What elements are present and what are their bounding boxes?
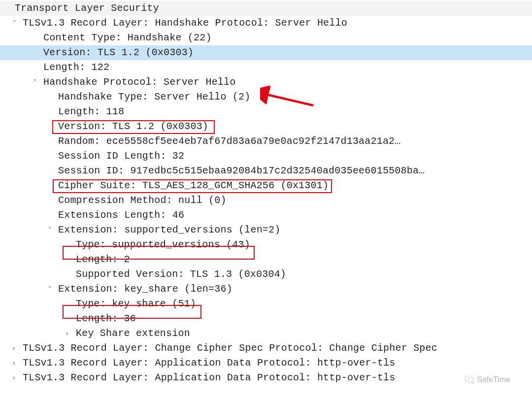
- extensions-length-label: Extensions Length: 46: [58, 208, 184, 223]
- chevron-right-icon: ›: [13, 370, 21, 385]
- watermark-label: SafeTime: [477, 375, 510, 384]
- chevron-down-icon: ˅: [13, 16, 21, 31]
- tree-item-ext-ks-type[interactable]: Type: key share (51): [2, 297, 532, 311]
- ext-ks-type-label: Type: key share (51): [76, 297, 196, 311]
- handshake-protocol-label: Handshake Protocol: Server Hello: [43, 75, 235, 90]
- ext-sv-length-label: Length: 2: [76, 252, 130, 267]
- tree-item-content-type[interactable]: Content Type: Handshake (22): [2, 31, 532, 45]
- watermark: SafeTime: [464, 374, 510, 385]
- random-label: Random: ece5558cf5ee4eb7af67d83a6a79e0ac…: [58, 134, 401, 149]
- chevron-right-icon: ›: [13, 341, 21, 356]
- tree-item-record-length[interactable]: Length: 122: [2, 60, 532, 75]
- ext-sv-header-label: Extension: supported_versions (len=2): [58, 223, 280, 237]
- ext-ks-length-label: Length: 36: [76, 311, 136, 326]
- tree-item-ext-sv-length[interactable]: Length: 2: [2, 252, 532, 267]
- tree-item-ext-supported-versions[interactable]: ˅ Extension: supported_versions (len=2): [2, 223, 532, 237]
- tree-item-session-id-length[interactable]: Session ID Length: 32: [2, 149, 532, 164]
- tree-item-ext-sv-type[interactable]: Type: supported_versions (43): [2, 237, 532, 252]
- tree-item-tls-root[interactable]: ˅ Transport Layer Security: [0, 1, 532, 16]
- record-version-label: Version: TLS 1.2 (0x0303): [43, 45, 194, 60]
- svg-point-1: [468, 377, 473, 383]
- handshake-length-label: Length: 118: [58, 104, 124, 119]
- ext-ks-sub-label: Key Share extension: [76, 326, 190, 341]
- packet-details-tree[interactable]: ˅ Transport Layer Security ˅ TLSv1.3 Rec…: [0, 0, 532, 385]
- chat-bubble-icon: [464, 374, 475, 385]
- tree-item-handshake-type[interactable]: Handshake Type: Server Hello (2): [2, 90, 532, 104]
- tree-item-ext-ks-sub[interactable]: › Key Share extension: [2, 326, 532, 341]
- record-handshake-label: TLSv1.3 Record Layer: Handshake Protocol…: [23, 16, 347, 31]
- cipher-suite-label: Cipher Suite: TLS_AES_128_GCM_SHA256 (0x…: [58, 178, 329, 193]
- record-appdata1-label: TLSv1.3 Record Layer: Application Data P…: [23, 356, 396, 370]
- chevron-right-icon: ›: [13, 356, 21, 370]
- chevron-right-icon: ›: [66, 326, 74, 341]
- tree-item-ext-sv-value[interactable]: Supported Version: TLS 1.3 (0x0304): [2, 267, 532, 282]
- handshake-type-label: Handshake Type: Server Hello (2): [58, 90, 250, 104]
- content-type-label: Content Type: Handshake (22): [43, 31, 212, 45]
- tree-item-ext-ks-length[interactable]: Length: 36: [2, 311, 532, 326]
- ext-sv-type-label: Type: supported_versions (43): [76, 237, 250, 252]
- record-appdata2-label: TLSv1.3 Record Layer: Application Data P…: [23, 370, 396, 385]
- record-length-label: Length: 122: [43, 60, 109, 75]
- record-change-cipher-label: TLSv1.3 Record Layer: Change Cipher Spec…: [23, 341, 437, 356]
- chevron-down-icon: ˅: [48, 223, 56, 237]
- chevron-down-icon: ˅: [48, 282, 56, 297]
- tree-item-record-appdata-1[interactable]: › TLSv1.3 Record Layer: Application Data…: [2, 356, 532, 370]
- ext-ks-header-label: Extension: key_share (len=36): [58, 282, 233, 297]
- tree-item-ext-key-share[interactable]: ˅ Extension: key_share (len=36): [2, 282, 532, 297]
- session-id-label: Session ID: 917edbc5c515ebaa92084b17c2d3…: [58, 164, 425, 178]
- session-id-length-label: Session ID Length: 32: [58, 149, 184, 164]
- tree-item-record-change-cipher[interactable]: › TLSv1.3 Record Layer: Change Cipher Sp…: [2, 341, 532, 356]
- tree-item-session-id[interactable]: Session ID: 917edbc5c515ebaa92084b17c2d3…: [2, 164, 532, 178]
- tree-item-cipher-suite[interactable]: Cipher Suite: TLS_AES_128_GCM_SHA256 (0x…: [2, 178, 532, 193]
- tree-item-record-appdata-2[interactable]: › TLSv1.3 Record Layer: Application Data…: [2, 370, 532, 385]
- tree-item-random[interactable]: Random: ece5558cf5ee4eb7af67d83a6a79e0ac…: [2, 134, 532, 149]
- compression-label: Compression Method: null (0): [58, 193, 227, 208]
- tree-item-record-version[interactable]: Version: TLS 1.2 (0x0303): [0, 45, 532, 60]
- tree-item-handshake-length[interactable]: Length: 118: [2, 104, 532, 119]
- chevron-down-icon: ˅: [33, 75, 41, 90]
- handshake-version-label: Version: TLS 1.2 (0x0303): [58, 119, 208, 134]
- tree-item-compression[interactable]: Compression Method: null (0): [2, 193, 532, 208]
- tree-item-handshake-protocol[interactable]: ˅ Handshake Protocol: Server Hello: [2, 75, 532, 90]
- tree-item-handshake-version[interactable]: Version: TLS 1.2 (0x0303): [2, 119, 532, 134]
- tree-item-extensions-length[interactable]: Extensions Length: 46: [2, 208, 532, 223]
- tls-root-label: Transport Layer Security: [15, 1, 159, 16]
- tree-item-record-handshake[interactable]: ˅ TLSv1.3 Record Layer: Handshake Protoc…: [2, 16, 532, 31]
- ext-sv-value-label: Supported Version: TLS 1.3 (0x0304): [76, 267, 286, 282]
